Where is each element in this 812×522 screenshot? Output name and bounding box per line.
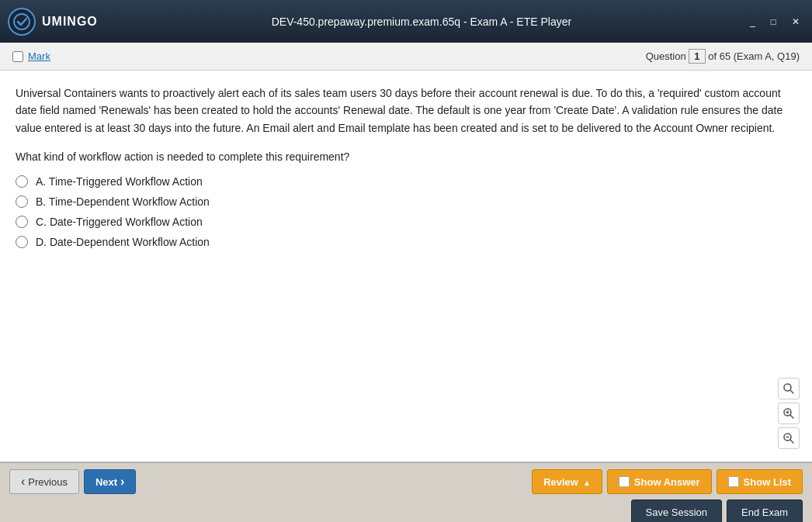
close-button[interactable]: ✕	[787, 15, 804, 29]
minimize-button[interactable]: _	[745, 15, 760, 29]
question-label: Question	[646, 50, 686, 62]
zoom-in-button[interactable]	[778, 403, 800, 424]
mark-section: Mark	[12, 50, 50, 62]
show-list-checkbox-icon	[728, 476, 739, 487]
prev-arrow-icon	[21, 475, 25, 489]
option-b-radio[interactable]	[16, 195, 28, 208]
option-c-radio[interactable]	[16, 216, 28, 228]
option-d-text: D. Date-Dependent Workflow Action	[36, 236, 210, 248]
logo: UMINGO	[8, 8, 98, 36]
next-label: Next	[95, 476, 117, 488]
show-answer-checkbox-icon	[619, 476, 630, 487]
nav-row: Previous Next Review Show Answer Show Li…	[0, 463, 812, 500]
mark-label[interactable]: Mark	[28, 50, 50, 62]
question-prompt: What kind of workflow action is needed t…	[16, 150, 796, 163]
save-session-button[interactable]: Save Session	[631, 500, 723, 522]
content-area: Universal Containers wants to proactivel…	[0, 71, 812, 462]
previous-button[interactable]: Previous	[9, 469, 79, 494]
end-exam-button[interactable]: End Exam	[727, 500, 803, 522]
question-body: Universal Containers wants to proactivel…	[16, 85, 796, 137]
show-answer-label: Show Answer	[634, 476, 700, 488]
svg-line-8	[790, 440, 793, 443]
logo-text: UMINGO	[42, 15, 98, 29]
logo-icon	[8, 8, 36, 36]
zoom-out-icon	[783, 432, 795, 444]
zoom-in-icon	[783, 407, 795, 420]
bottom-toolbar: Previous Next Review Show Answer Show Li…	[0, 462, 812, 522]
search-icon	[783, 382, 795, 395]
list-item: D. Date-Dependent Workflow Action	[16, 236, 796, 248]
show-answer-button[interactable]: Show Answer	[607, 469, 712, 494]
next-arrow-icon	[120, 475, 124, 489]
show-list-label: Show List	[744, 476, 791, 488]
zoom-controls	[778, 378, 800, 449]
zoom-out-button[interactable]	[778, 427, 800, 449]
review-button[interactable]: Review	[532, 469, 602, 494]
option-d-radio[interactable]	[16, 236, 28, 248]
save-session-label: Save Session	[646, 506, 708, 518]
option-a-radio[interactable]	[16, 175, 28, 188]
action-row: Save Session End Exam	[0, 500, 812, 522]
svg-line-4	[790, 415, 793, 418]
question-number-display: Question 1 of 65 (Exam A, Q19)	[646, 49, 800, 64]
option-a-text: A. Time-Triggered Workflow Action	[36, 175, 203, 188]
option-b-text: B. Time-Dependent Workflow Action	[36, 195, 210, 208]
window-controls[interactable]: _ □ ✕	[745, 15, 804, 29]
svg-point-0	[14, 14, 29, 29]
list-item: A. Time-Triggered Workflow Action	[16, 175, 796, 188]
list-item: C. Date-Triggered Workflow Action	[16, 216, 796, 228]
option-c-text: C. Date-Triggered Workflow Action	[36, 216, 203, 228]
review-label: Review	[543, 476, 578, 488]
previous-label: Previous	[28, 476, 68, 488]
maximize-button[interactable]: □	[766, 15, 781, 29]
svg-line-2	[790, 390, 793, 393]
search-button[interactable]	[778, 378, 800, 399]
question-header: Mark Question 1 of 65 (Exam A, Q19)	[0, 43, 812, 71]
mark-checkbox[interactable]	[12, 51, 23, 62]
question-num-box: 1	[689, 49, 705, 64]
next-button[interactable]: Next	[84, 469, 137, 494]
title-bar: UMINGO DEV-450.prepaway.premium.exam.65q…	[0, 0, 812, 43]
end-exam-label: End Exam	[741, 506, 788, 518]
question-ref: (Exam A, Q19)	[734, 50, 800, 62]
list-item: B. Time-Dependent Workflow Action	[16, 195, 796, 208]
review-arrow-icon	[583, 476, 591, 488]
options-list: A. Time-Triggered Workflow Action B. Tim…	[16, 175, 796, 248]
show-list-button[interactable]: Show List	[717, 469, 803, 494]
question-of: of 65	[708, 50, 730, 62]
window-title: DEV-450.prepaway.premium.exam.65q - Exam…	[272, 16, 571, 28]
